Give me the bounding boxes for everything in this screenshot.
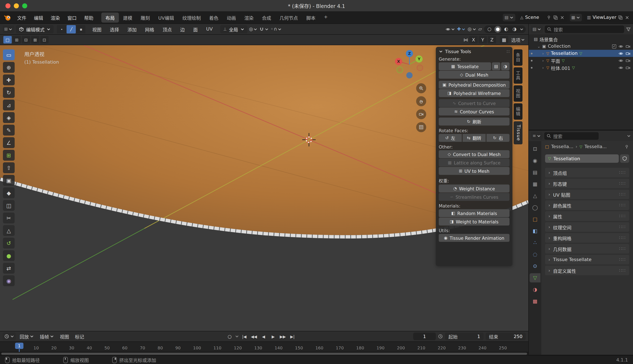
mirror-axis-button[interactable]: X: [469, 36, 478, 44]
topbar-menu[interactable]: 窗口: [64, 13, 80, 22]
playhead-line[interactable]: [19, 349, 20, 352]
topbar-menu[interactable]: 文件: [14, 13, 30, 22]
tool-move[interactable]: ✚: [3, 74, 15, 85]
overlays-dropdown[interactable]: ◎: [468, 26, 476, 32]
autokey-toggle[interactable]: ○: [225, 332, 234, 340]
scrollbar-thumb[interactable]: [1, 353, 527, 355]
panel-drag-handle[interactable]: ∷: [507, 49, 509, 54]
close-window-button[interactable]: [6, 3, 11, 8]
shading-solid-button[interactable]: ●: [494, 26, 501, 32]
timeline-menu[interactable]: 插帧: [37, 332, 57, 341]
outliner-row-collection[interactable]: ⌄ ▣ Collection ✓: [529, 43, 633, 50]
minimize-window-button[interactable]: [14, 3, 19, 8]
workspace-tab[interactable]: 渲染: [240, 12, 258, 22]
viewport-3d[interactable]: X Y Z 用户透视 (1) Tessellation ▭⊕✚↻⊿◈✎∠⊞⇧▣◆…: [0, 45, 528, 331]
random-materials-button[interactable]: ◧Random Materials: [439, 209, 509, 217]
tessellate-settings-button[interactable]: ▤: [492, 62, 500, 70]
tab-texture[interactable]: ▩: [530, 297, 540, 306]
lattice-along-surface-button[interactable]: ▦Lattice along Surface: [439, 158, 509, 166]
menu-select[interactable]: 选择: [107, 24, 123, 34]
tool-select-box[interactable]: ▭: [3, 49, 15, 60]
current-frame-field[interactable]: 1: [413, 332, 436, 340]
breadcrumb-object[interactable]: Tessella...: [551, 144, 573, 149]
property-section-row[interactable]: › 纹理空间 ∷∷: [545, 222, 629, 232]
camera-view-button[interactable]: [416, 109, 426, 119]
copy-viewlayer-icon[interactable]: [618, 15, 623, 20]
pin-icon[interactable]: [624, 144, 629, 149]
timeline-editor-type-button[interactable]: [3, 332, 16, 340]
rotate-right-button[interactable]: ↻右: [486, 134, 509, 142]
mode-dropdown[interactable]: 编辑模式: [16, 25, 54, 33]
tool-smooth[interactable]: ●: [3, 250, 15, 261]
drag-grip-icon[interactable]: ∷∷: [619, 202, 626, 208]
menu-face[interactable]: 面: [190, 24, 201, 34]
timeline-scrollbar[interactable]: [0, 352, 528, 355]
workspace-tab[interactable]: +: [320, 12, 332, 22]
unlink-scene-icon[interactable]: [559, 15, 564, 20]
select-mode-intersect[interactable]: ⊡: [40, 36, 49, 44]
hide-eye-icon[interactable]: [618, 44, 623, 49]
tool-edge-slide[interactable]: ⇄: [3, 263, 15, 274]
expander-icon[interactable]: ›: [541, 58, 545, 62]
menu-mesh[interactable]: 网格: [142, 24, 158, 34]
tool-spin[interactable]: ↺: [3, 238, 15, 248]
property-section-row[interactable]: › 自定义属性 ∷∷: [545, 266, 629, 275]
rotate-left-button[interactable]: ↺左: [439, 134, 462, 142]
polyhedral-wireframe-button[interactable]: ◨Polyhedral Wireframe: [439, 89, 509, 97]
workspace-tab[interactable]: 几何节点: [275, 12, 302, 22]
tab-particles[interactable]: ∴: [530, 238, 540, 247]
xray-toggle[interactable]: ▱: [478, 26, 482, 32]
topbar-menu[interactable]: 渲染: [47, 13, 64, 22]
topbar-menu[interactable]: 编辑: [30, 13, 47, 22]
tool-transform[interactable]: ◈: [3, 112, 15, 123]
shading-rendered-button[interactable]: ◑: [511, 26, 518, 32]
shading-wireframe-button[interactable]: ○: [486, 26, 493, 32]
drag-grip-icon[interactable]: ∷∷: [619, 246, 626, 252]
outliner-row-cylinder[interactable]: › ▽ 柱体.001 ▽: [529, 64, 633, 71]
disable-render-icon[interactable]: [625, 58, 630, 63]
current-frame-badge[interactable]: 1: [15, 343, 24, 349]
tool-annotate[interactable]: ✎: [3, 125, 15, 136]
tab-tool[interactable]: ⊡: [530, 144, 540, 154]
menu-edge[interactable]: 边: [177, 24, 188, 34]
tool-rotate[interactable]: ↻: [3, 87, 15, 98]
play-reverse-button[interactable]: ◀: [259, 332, 268, 340]
zoom-button[interactable]: [416, 83, 426, 93]
menu-add[interactable]: 添加: [124, 24, 140, 34]
select-mode-new[interactable]: □: [3, 36, 12, 44]
tab-object-data[interactable]: ▽: [530, 273, 540, 282]
workspace-tab[interactable]: 建模: [119, 12, 137, 22]
browse-scene-button[interactable]: ▤: [503, 14, 515, 21]
tool-extrude-region[interactable]: ⇧: [3, 162, 15, 173]
viewlayer-selector[interactable]: ▥ ViewLayer: [584, 13, 630, 22]
show-object-types-dropdown[interactable]: [445, 26, 455, 32]
rotate-flip-button[interactable]: ⇆翻转: [463, 134, 486, 142]
frame-start-field[interactable]: 起始 1: [445, 332, 483, 340]
timeline-menu[interactable]: 视图: [57, 332, 72, 341]
menu-view[interactable]: 视图: [89, 24, 105, 34]
streamlines-curves-button[interactable]: ∽Streamlines Curves: [439, 193, 509, 201]
hide-eye-icon[interactable]: [618, 65, 623, 70]
drag-grip-icon[interactable]: ∷∷: [619, 181, 626, 186]
tab-render[interactable]: ◉: [530, 156, 540, 165]
property-section-row[interactable]: › 属性 ∷∷: [545, 211, 629, 221]
collection-checkbox[interactable]: ✓: [612, 44, 616, 48]
tool-add-cube[interactable]: ⊞: [3, 150, 15, 161]
polyhedral-decomposition-button[interactable]: ▣Polyhedral Decomposition: [439, 81, 509, 89]
refresh-button[interactable]: ↻刷新: [439, 118, 509, 126]
disable-render-icon[interactable]: [625, 51, 630, 56]
contour-curves-button[interactable]: ≋Contour Curves: [439, 108, 509, 116]
tab-scene[interactable]: △: [530, 191, 540, 200]
snap-toggle[interactable]: [259, 26, 269, 32]
npanel-tab[interactable]: 编辑: [514, 103, 522, 120]
timeline-ruler[interactable]: 1020304050607080901001101201301401501601…: [0, 342, 528, 352]
drag-grip-icon[interactable]: ∷∷: [619, 224, 626, 230]
disable-render-icon[interactable]: [625, 65, 630, 70]
tessellate-button[interactable]: ▦Tessellate: [439, 62, 491, 70]
dual-mesh-button[interactable]: ◇Dual Mesh: [439, 71, 509, 79]
tab-object[interactable]: □: [530, 215, 540, 224]
outliner-row-plane[interactable]: › ▽ 平面 ▽: [529, 57, 633, 64]
timeline-menu[interactable]: 标记: [72, 332, 87, 341]
pin-icon[interactable]: [546, 15, 551, 20]
tool-loop-cut[interactable]: ◫: [3, 200, 15, 211]
